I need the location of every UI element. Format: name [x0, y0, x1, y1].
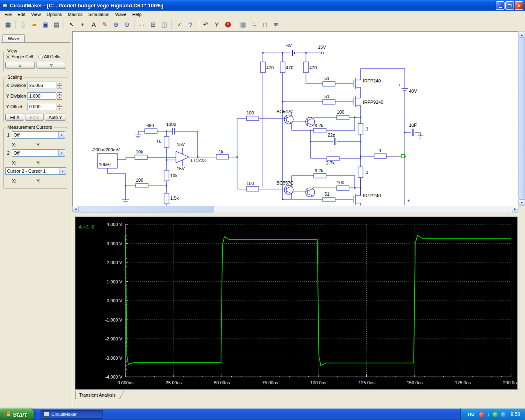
- fit-window-icon[interactable]: ⊞: [148, 19, 158, 30]
- x-division-input[interactable]: [27, 82, 56, 89]
- horizontal-scroll-thumb[interactable]: [79, 206, 214, 212]
- analyses-window-icon[interactable]: ▥: [238, 19, 248, 30]
- y-division-input[interactable]: [27, 92, 56, 100]
- reset-icon[interactable]: ↶: [201, 19, 211, 30]
- digital-wave-glyph: ⊓: [263, 21, 268, 27]
- digital-wave-icon[interactable]: ⊓: [260, 19, 270, 30]
- parts-browser-icon[interactable]: ▦: [3, 19, 13, 30]
- y-axis-tick-label: 2.000 V: [107, 260, 123, 265]
- taskbar: Start CircuitMaker HU ♪ 9:58: [0, 409, 525, 420]
- scroll-left-button[interactable]: ◀: [72, 206, 79, 212]
- menu-edit[interactable]: Edit: [15, 11, 28, 18]
- ground-right: [418, 136, 423, 138]
- waveform-viewport[interactable]: 4.000 V3.000 V2.000 V1.000 V0.000 V-1.00…: [75, 217, 518, 390]
- zoom-page-icon[interactable]: ▱: [137, 19, 147, 30]
- scroll-right-button[interactable]: ▶: [512, 206, 518, 212]
- component-label: -15V: [175, 166, 185, 171]
- scroll-up-button[interactable]: ▲: [518, 31, 525, 38]
- text-tool-icon[interactable]: A: [89, 19, 99, 30]
- wire-tool-icon[interactable]: +: [78, 19, 88, 30]
- menu-wave[interactable]: Wave: [112, 11, 130, 18]
- cursor1-select[interactable]: Off ▼: [12, 131, 65, 139]
- messenger-tray-icon[interactable]: [501, 412, 506, 417]
- edit-tool-icon[interactable]: ✎: [100, 19, 110, 30]
- probe-y-glyph: Y: [215, 21, 219, 27]
- mixed-wave-icon[interactable]: ≋: [271, 19, 281, 30]
- cursor-diff-select[interactable]: Cursor 2 - Cursor 1 ▼: [5, 167, 66, 175]
- tab-transient-analysis[interactable]: Transient Analysis: [75, 391, 124, 399]
- y-division-down-button[interactable]: ▼: [57, 96, 62, 100]
- zoom-in-tool-icon[interactable]: ⊕: [111, 19, 121, 30]
- open-folder-icon[interactable]: ▰: [29, 19, 39, 30]
- previous-wave-button[interactable]: △: [5, 62, 35, 69]
- volume-tray-icon[interactable]: ♪: [487, 411, 490, 417]
- menu-file[interactable]: File: [2, 11, 15, 18]
- toolbar-separator: [198, 20, 199, 29]
- system-tray: HU ♪ 9:58: [460, 409, 525, 420]
- maximize-button[interactable]: [505, 1, 514, 10]
- probe-y-icon[interactable]: Y: [212, 19, 222, 30]
- y-offset-up-button[interactable]: ▲: [57, 103, 62, 107]
- zoom-in-tool-glyph: ⊕: [113, 21, 119, 27]
- y-offset-down-button[interactable]: ▼: [57, 107, 62, 110]
- toolbar-separator: [171, 20, 172, 29]
- minimize-button[interactable]: [496, 1, 504, 10]
- menu-view[interactable]: View: [28, 11, 44, 18]
- cursor2-select[interactable]: Off ▼: [12, 149, 65, 157]
- component-label: 100: [247, 181, 254, 186]
- digital-mode-icon[interactable]: ✓: [174, 19, 185, 30]
- taskbar-item-circuitmaker[interactable]: CircuitMaker: [41, 410, 103, 419]
- schematic-canvas[interactable]: 6V15V47047047051IRFP24051IRFP9240+40V100…: [72, 31, 518, 206]
- close-button[interactable]: ×: [515, 1, 523, 10]
- clock[interactable]: 9:58: [509, 411, 520, 417]
- cursor1-dropdown-arrow[interactable]: ▼: [58, 132, 65, 138]
- all-cells-radio[interactable]: All Cells: [38, 54, 60, 59]
- horizontal-scrollbar[interactable]: ◀ ▶: [72, 206, 518, 212]
- start-button[interactable]: Start: [0, 409, 34, 420]
- menu-macros[interactable]: Macros: [65, 11, 85, 18]
- ground-bottom: [122, 200, 129, 203]
- language-indicator[interactable]: HU: [466, 411, 476, 417]
- new-file-icon[interactable]: ▯: [18, 19, 28, 30]
- fit-y-button[interactable]: Fit Y: [25, 114, 44, 121]
- next-wave-button[interactable]: ▽: [37, 62, 66, 69]
- tab-wave[interactable]: Wave: [2, 34, 25, 42]
- resistor: [323, 82, 335, 86]
- component-label: 51: [324, 192, 329, 196]
- menu-help[interactable]: Help: [129, 11, 144, 18]
- cursor2-value: Off: [12, 150, 58, 156]
- vertical-scroll-thumb[interactable]: [518, 38, 525, 199]
- fit-x-button[interactable]: Fit X: [5, 114, 24, 121]
- y-division-up-button[interactable]: ▲: [57, 92, 62, 96]
- x-division-down-button[interactable]: ▼: [57, 85, 62, 89]
- probe-marker[interactable]: [401, 155, 404, 158]
- analog-wave-icon[interactable]: ≈: [249, 19, 259, 30]
- cursor-diff-dropdown-arrow[interactable]: ▼: [59, 168, 66, 174]
- y-axis-tick-label: 3.000 V: [107, 241, 123, 246]
- component-label: 10kHz: [99, 162, 112, 167]
- y-offset-input[interactable]: [27, 103, 56, 110]
- scaling-group-title: Scaling: [6, 75, 23, 80]
- cursors-group-title: Measurement Cursors: [6, 125, 53, 130]
- help-icon[interactable]: ?: [185, 19, 196, 30]
- split-view-icon[interactable]: ◫: [159, 19, 169, 30]
- zoom-tool-icon[interactable]: ⊙: [122, 19, 132, 30]
- cursor2-dropdown-arrow[interactable]: ▼: [58, 150, 65, 156]
- save-icon[interactable]: ▣: [40, 19, 50, 30]
- transistor-body: [284, 115, 293, 124]
- component-label: 1uF: [409, 123, 417, 128]
- x-division-up-button[interactable]: ▲: [57, 82, 62, 85]
- component-label: 6.2k: [315, 168, 323, 173]
- menu-options[interactable]: Options: [43, 11, 65, 18]
- single-cell-radio[interactable]: Single Cell: [6, 54, 33, 59]
- menu-simulation[interactable]: Simulation: [85, 11, 112, 18]
- vertical-scrollbar[interactable]: ▲ ▼: [518, 31, 525, 206]
- trace-label: A: c1_2: [79, 224, 94, 229]
- select-tool-icon[interactable]: ↖: [66, 19, 77, 30]
- antivirus-tray-icon[interactable]: [479, 412, 484, 417]
- graphics-tray-icon[interactable]: [493, 412, 498, 417]
- stop-icon[interactable]: ×: [223, 19, 233, 30]
- scroll-down-button[interactable]: ▼: [518, 199, 525, 206]
- auto-y-button[interactable]: Auto Y: [45, 114, 66, 121]
- print-icon[interactable]: ▤: [51, 19, 62, 30]
